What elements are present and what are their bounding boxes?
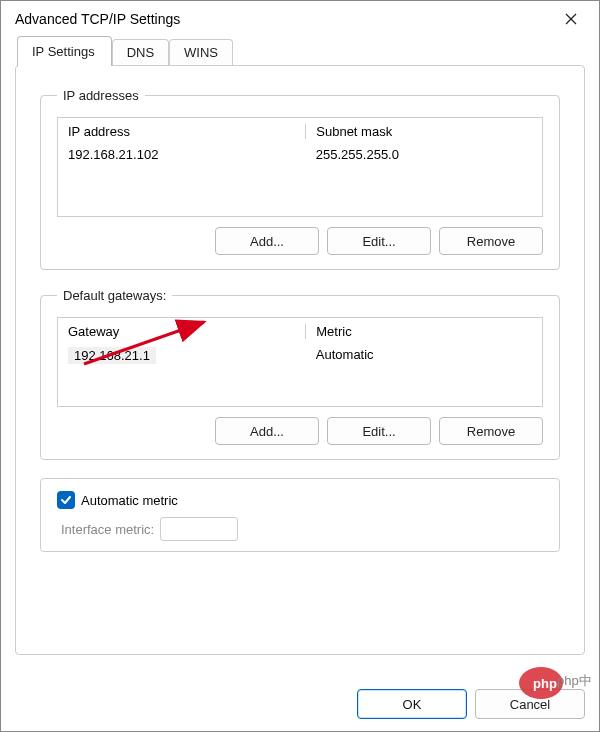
ip-header-mask: Subnet mask (305, 124, 532, 139)
close-button[interactable] (551, 5, 591, 33)
gw-remove-button[interactable]: Remove (439, 417, 543, 445)
advanced-tcpip-dialog: Advanced TCP/IP Settings IP Settings DNS… (0, 0, 600, 732)
default-gateways-group: Default gateways: Gateway Metric 192.168… (40, 288, 560, 460)
gw-add-button[interactable]: Add... (215, 417, 319, 445)
gw-cell-gateway: 192.168.21.1 (68, 347, 156, 364)
tab-panel-ip-settings: IP addresses IP address Subnet mask 192.… (15, 65, 585, 655)
gw-header-metric: Metric (305, 324, 532, 339)
tab-bar: IP Settings DNS WINS (15, 37, 585, 66)
tab-ip-settings[interactable]: IP Settings (17, 36, 112, 66)
ip-remove-button[interactable]: Remove (439, 227, 543, 255)
ip-add-button[interactable]: Add... (215, 227, 319, 255)
automatic-metric-label: Automatic metric (81, 493, 178, 508)
metric-group: Automatic metric Interface metric: (40, 478, 560, 552)
interface-metric-label: Interface metric: (61, 522, 154, 537)
dialog-button-row: OK Cancel (357, 689, 585, 719)
check-icon (60, 494, 72, 506)
gw-header-gateway: Gateway (68, 324, 305, 339)
ip-edit-button[interactable]: Edit... (327, 227, 431, 255)
gw-edit-button[interactable]: Edit... (327, 417, 431, 445)
ip-cell-mask: 255.255.255.0 (306, 147, 532, 162)
table-row[interactable]: 192.168.21.102 255.255.255.0 (58, 145, 542, 168)
automatic-metric-checkbox[interactable] (57, 491, 75, 509)
close-icon (565, 13, 577, 25)
dialog-title: Advanced TCP/IP Settings (15, 11, 180, 27)
titlebar: Advanced TCP/IP Settings (1, 1, 599, 37)
gateways-legend: Default gateways: (57, 288, 172, 303)
ip-addresses-list[interactable]: IP address Subnet mask 192.168.21.102 25… (57, 117, 543, 217)
tab-dns[interactable]: DNS (112, 39, 169, 66)
ip-cell-address: 192.168.21.102 (68, 147, 306, 162)
ip-addresses-legend: IP addresses (57, 88, 145, 103)
gw-cell-metric: Automatic (306, 347, 532, 364)
table-row[interactable]: 192.168.21.1 Automatic (58, 345, 542, 370)
interface-metric-input[interactable] (160, 517, 238, 541)
tab-wins[interactable]: WINS (169, 39, 233, 66)
ip-addresses-group: IP addresses IP address Subnet mask 192.… (40, 88, 560, 270)
ok-button[interactable]: OK (357, 689, 467, 719)
cancel-button[interactable]: Cancel (475, 689, 585, 719)
ip-header-address: IP address (68, 124, 305, 139)
gateways-list[interactable]: Gateway Metric 192.168.21.1 Automatic (57, 317, 543, 407)
watermark-text: php中文网 (557, 673, 591, 688)
